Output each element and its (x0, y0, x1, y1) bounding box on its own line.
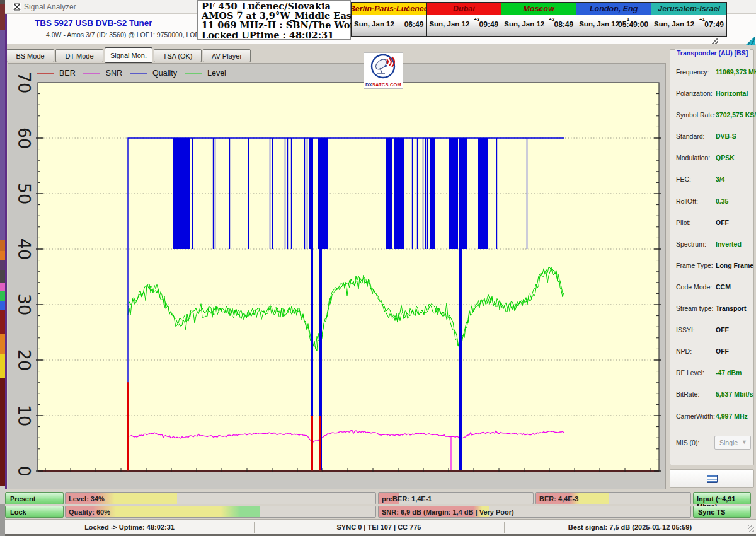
transponder-panel: Transponder (AU) [BS] Frequency:11069,37… (670, 49, 754, 465)
note-line: 11 069 MHz-H : SBN/The Word (202, 20, 350, 30)
progress-label: Level: 34% (69, 495, 105, 503)
signal-chart-panel: BERSNRQualityLevel (8, 63, 666, 489)
strip-segment (0, 504, 5, 536)
sync-ts-badge: Sync TS (693, 506, 751, 518)
clock-time: 05:49:00 (618, 20, 648, 29)
chevron-down-icon: ▼ (742, 439, 747, 445)
logo-text: DXSATCS.COM (364, 82, 403, 88)
tab-signal-mon-[interactable]: Signal Mon. (105, 47, 152, 63)
statusbar-sync: SYNC 0 | TEI 107 | CC 775 (254, 523, 504, 531)
strip-segment (0, 283, 5, 291)
transponder-row-label: Code Mode: (676, 283, 712, 291)
tab-av-player[interactable]: AV Player (203, 49, 251, 62)
transponder-row-label: Polarization: (676, 90, 713, 97)
strip-segment (0, 301, 5, 310)
transponder-row-label: CarrierWidth: (676, 412, 715, 420)
note-line: PF 450_Lučenec/Slovakia (202, 1, 350, 11)
clock-jerusalem-israel: Jerusalem-IsraelSun, Jan 12+107:49 (651, 3, 726, 36)
tab-tsa-ok-[interactable]: TSA (OK) (154, 49, 202, 62)
transponder-row-value: Horizontal (716, 90, 748, 97)
window-left-border (5, 14, 7, 489)
strip-segment (0, 240, 5, 251)
transponder-row-value: 4,997 MHz (716, 412, 748, 420)
clock-date: Sun, Jan 12 (504, 20, 544, 28)
clock-city: Berlin-Paris-Lučenec (352, 3, 426, 15)
transponder-row-label: Modulation: (676, 154, 710, 161)
legend-item-ber: BER (37, 69, 76, 78)
mis-label: MIS (0): (676, 439, 699, 446)
clock-date: Sun, Jan 12 (579, 20, 619, 28)
transponder-row-label: Symbol Rate: (676, 111, 716, 119)
transponder-row: Polarization:Horizontal (670, 84, 753, 105)
quality-progressbar: Quality: 60% (65, 506, 376, 518)
clock-body: Sun, Jan 1206:49 (352, 15, 426, 36)
dxsatcs-logo: DXSATCS.COM (364, 52, 403, 89)
transponder-row-value: 11069,373 MHz (716, 68, 756, 76)
world-clocks: Berlin-Paris-LučenecSun, Jan 1206:49Duba… (351, 2, 727, 37)
legend-label: SNR (106, 69, 122, 78)
mis-value: Single (719, 439, 738, 446)
transponder-row: Frequency:11069,373 MHz (670, 62, 753, 84)
transponder-row-value: Inverted (716, 240, 742, 248)
transponder-row-label: Standard: (676, 132, 705, 140)
mode-tabs: BS ModeDT ModeSignal Mon.TSA (OK)AV Play… (6, 47, 251, 64)
note-line: AMOS 7 at 3,9°W_Middle East (202, 11, 350, 20)
clock-berlin-paris-lu-enec: Berlin-Paris-LučenecSun, Jan 1206:49 (352, 3, 427, 36)
legend-label: Level (207, 69, 226, 78)
input-badge: Input (~4,91 Mbps) (693, 492, 751, 504)
progress-label: preBER: 1,4E-1 (382, 495, 432, 503)
clock-body: Sun, Jan 12-105:49:00 (576, 15, 651, 36)
transponder-row-value: OFF (716, 326, 729, 334)
mis-row: MIS (0): Single ▼ (670, 436, 753, 451)
strip-segment (0, 260, 5, 270)
transponder-row-value: OFF (716, 219, 729, 226)
strip-segment (0, 4, 5, 30)
transponder-row: Code Mode:CCM (670, 277, 753, 299)
statusbar-best-signal: Best signal: 7,5 dB (2025-01-12 05:59) (504, 523, 756, 531)
clock-date: Sun, Jan 12 (429, 20, 469, 28)
strip-segment (0, 354, 5, 378)
transponder-row-value: QPSK (716, 154, 735, 161)
transponder-row-label: BitRate: (676, 390, 699, 398)
clock-time: 09:49 (479, 20, 499, 29)
clock-moscow: MoscowSun, Jan 12+208:49 (501, 3, 576, 36)
transponder-row-value: 3702,575 KS/s (716, 111, 756, 119)
resize-grip-icon[interactable] (748, 525, 754, 532)
clock-date: Sun, Jan 12 (354, 20, 394, 28)
present-badge: Present (5, 492, 64, 504)
strip-segment (0, 30, 5, 240)
tab-bs-mode[interactable]: BS Mode (6, 49, 54, 62)
transponder-row: Frame Type:Long Frame (670, 256, 753, 277)
clock-body: Sun, Jan 12+208:49 (501, 15, 576, 36)
transponder-row-value: CCM (716, 283, 731, 291)
level-progressbar: Level: 34% (65, 492, 376, 504)
transponder-row: FEC:3/4 (670, 170, 753, 191)
transponder-row: Symbol Rate:3702,575 KS/s (670, 105, 753, 127)
stream-tool-button[interactable] (670, 469, 754, 488)
strip-segment (0, 334, 5, 354)
legend-label: BER (59, 69, 76, 78)
legend-item-quality: Quality (130, 69, 177, 78)
transponder-row-value: OFF (716, 347, 729, 355)
legend-line-sample (130, 73, 147, 74)
tab-dt-mode[interactable]: DT Mode (55, 49, 103, 62)
transponder-rows: Frequency:11069,373 MHzPolarization:Hori… (670, 62, 753, 428)
signal-analyzer-window: { "window": { "title": "Signal Analyzer"… (0, 0, 756, 536)
progress-label: BER: 4,4E-3 (539, 495, 578, 503)
tuner-name: TBS 5927 USB DVB-S2 Tuner (35, 18, 152, 28)
mis-select[interactable]: Single ▼ (714, 436, 751, 450)
transponder-row-label: RollOff: (676, 197, 698, 205)
transponder-row: Spectrum:Inverted (670, 235, 753, 256)
transponder-row-value: Transport (716, 305, 746, 312)
background-window-strip (0, 0, 5, 536)
strip-segment (0, 251, 5, 260)
legend-line-sample (83, 73, 100, 74)
clock-dubai: DubaiSun, Jan 12+309:49 (427, 3, 501, 36)
transponder-row-label: Frame Type: (676, 262, 713, 269)
transponder-row-value: -47 dBm (716, 369, 742, 376)
app-icon (13, 3, 21, 11)
transponder-row-label: NPD: (676, 347, 692, 355)
clock-body: Sun, Jan 12+309:49 (427, 15, 501, 36)
note-line: Locked UPtime : 48:02:31 (202, 30, 350, 40)
transponder-row: Modulation:QPSK (670, 148, 753, 170)
